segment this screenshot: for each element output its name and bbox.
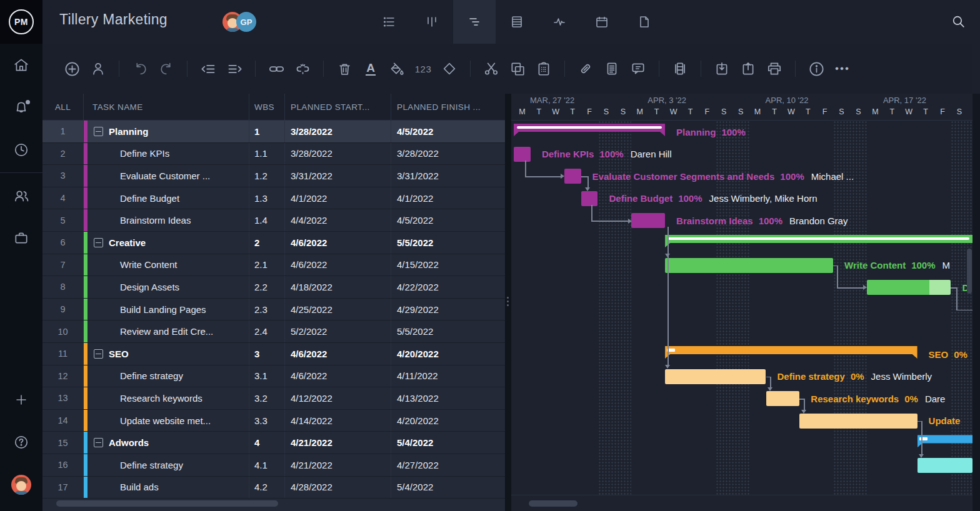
print-button[interactable] [762, 56, 787, 81]
task-bar-update[interactable] [799, 414, 917, 429]
task-bar-row16[interactable] [918, 458, 972, 473]
table-row[interactable]: 14Update website met...3.34/14/20224/20/… [42, 410, 505, 432]
tab-calendar-view[interactable] [581, 0, 623, 44]
task-bar-define-kpis[interactable] [514, 147, 531, 162]
tab-list-view[interactable] [368, 0, 411, 44]
task-bar-brainstorm-ideas[interactable] [631, 213, 665, 228]
paste-button[interactable] [531, 56, 556, 81]
tab-sheet-view[interactable] [496, 0, 538, 44]
column-header-planned-start[interactable]: PLANNED START... [284, 94, 391, 120]
dependency-line [956, 287, 958, 310]
column-header-planned-finish[interactable]: PLANNED FINISH ... [391, 94, 505, 120]
summary-bar-planning[interactable] [514, 124, 665, 136]
tab-gantt-view[interactable] [453, 0, 496, 44]
search-button[interactable] [951, 14, 966, 32]
tab-docs-view[interactable] [623, 0, 666, 44]
import-button[interactable] [709, 56, 734, 81]
cut-button[interactable] [479, 56, 504, 81]
day-letter: M [631, 107, 648, 116]
font-color-button[interactable]: A [358, 56, 383, 81]
sidebar-item-notifications[interactable] [0, 86, 42, 129]
more-button[interactable]: ••• [830, 56, 855, 81]
task-bar-define-strategy[interactable] [665, 369, 766, 384]
planned-finish-cell: 4/27/2022 [391, 454, 505, 476]
table-row[interactable]: 5Brainstorm Ideas1.44/4/20224/5/2022 [42, 209, 505, 232]
redo-button[interactable] [154, 56, 179, 81]
table-row[interactable]: 10Review and Edit Cre...2.45/2/20225/5/2… [42, 320, 505, 343]
sidebar-item-recent[interactable] [0, 129, 42, 171]
planned-finish-cell: 3/28/2022 [391, 143, 505, 165]
gantt-vertical-scrollbar[interactable] [967, 249, 972, 294]
column-header-wbs[interactable]: WBS [249, 94, 284, 120]
numbers-button[interactable]: 123 [411, 56, 436, 81]
table-row[interactable]: 9Build Landing Pages2.34/25/20224/29/202… [42, 299, 505, 321]
table-row[interactable]: 6Creative24/6/20225/5/2022 [42, 232, 505, 254]
table-row[interactable]: 2Define KPIs1.13/28/20223/28/2022 [42, 143, 505, 166]
notes-button[interactable] [599, 56, 624, 81]
day-letter: S [732, 107, 749, 116]
sidebar-help-button[interactable] [0, 421, 42, 464]
collapse-toggle-icon[interactable] [94, 349, 103, 359]
panel-splitter[interactable] [505, 94, 511, 511]
delete-button[interactable] [332, 56, 357, 81]
table-row[interactable]: 3Evaluate Customer ...1.23/31/20223/31/2… [42, 165, 505, 187]
table-row[interactable]: 12Define strategy3.14/6/20224/11/2022 [42, 365, 505, 388]
comment-button[interactable] [626, 56, 651, 81]
row-number: 3 [42, 165, 83, 187]
fill-color-button[interactable] [384, 56, 409, 81]
sidebar-user-avatar[interactable] [0, 464, 42, 506]
tab-board-view[interactable] [411, 0, 453, 44]
task-bar-d[interactable] [867, 280, 951, 295]
copy-button[interactable] [505, 56, 530, 81]
task-bar-write-content[interactable] [665, 258, 833, 273]
sidebar-item-portfolio[interactable] [0, 217, 42, 259]
sidebar-item-team[interactable] [0, 174, 42, 217]
table-row[interactable]: 7Write Content2.14/6/20224/15/2022 [42, 254, 505, 277]
add-task-button[interactable] [59, 56, 84, 81]
gantt-horizontal-scrollbar[interactable] [529, 500, 578, 507]
unlink-button[interactable] [290, 56, 315, 81]
gantt-toolbar: A 123 ••• [42, 44, 980, 94]
sidebar-add-button[interactable] [0, 379, 42, 421]
day-letter: F [934, 107, 951, 116]
row-number: 11 [42, 343, 83, 365]
sidebar-item-home[interactable] [0, 44, 42, 86]
info-button[interactable] [804, 56, 829, 81]
task-bar-evaluate-customer-segments-and-needs[interactable] [564, 169, 581, 184]
link-button[interactable] [264, 56, 289, 81]
table-horizontal-scrollbar[interactable] [56, 500, 278, 507]
column-header-task-name[interactable]: TASK NAME [83, 94, 249, 120]
table-row[interactable]: 17Build ads4.24/28/20225/4/2022 [42, 477, 505, 499]
columns-button[interactable] [668, 56, 692, 81]
table-row[interactable]: 11SEO34/6/20224/20/2022 [42, 343, 505, 365]
bar-label: Define KPIs100%Daren Hill [542, 147, 672, 162]
task-bar-define-budget[interactable] [581, 191, 598, 206]
table-row[interactable]: 15Adwords44/21/20225/4/2022 [42, 432, 505, 454]
collapse-toggle-icon[interactable] [94, 127, 103, 136]
table-row[interactable]: 16Define strategy4.14/21/20224/27/2022 [42, 454, 505, 477]
undo-button[interactable] [128, 56, 152, 81]
outdent-button[interactable] [196, 56, 221, 81]
milestone-button[interactable] [437, 56, 462, 81]
collapse-toggle-icon[interactable] [94, 238, 103, 247]
task-bar-research-keywords[interactable] [766, 391, 800, 406]
column-header-all[interactable]: ALL [42, 102, 83, 112]
summary-bar-seo[interactable] [665, 346, 918, 359]
table-row[interactable]: 4Define Budget1.34/1/20224/1/2022 [42, 187, 505, 210]
summary-bar-row6[interactable] [665, 235, 972, 247]
tab-workflow-view[interactable] [538, 0, 581, 44]
assign-button[interactable] [86, 56, 111, 81]
attachment-button[interactable] [573, 56, 598, 81]
project-members[interactable]: GP [222, 12, 256, 32]
table-row[interactable]: 8Design Assets2.24/18/20224/22/2022 [42, 276, 505, 299]
table-row[interactable]: 13Research keywords3.24/12/20224/13/2022 [42, 387, 505, 410]
dependency-arrow-icon [628, 219, 632, 224]
planned-start-cell: 4/1/2022 [284, 187, 391, 209]
export-button[interactable] [736, 56, 761, 81]
collapse-toggle-icon[interactable] [94, 438, 103, 447]
dependency-line [581, 176, 588, 177]
table-row[interactable]: 1Planning13/28/20224/5/2022 [42, 121, 505, 143]
indent-button[interactable] [222, 56, 247, 81]
day-letter: S [951, 107, 968, 116]
app-logo[interactable]: PM [0, 0, 42, 44]
